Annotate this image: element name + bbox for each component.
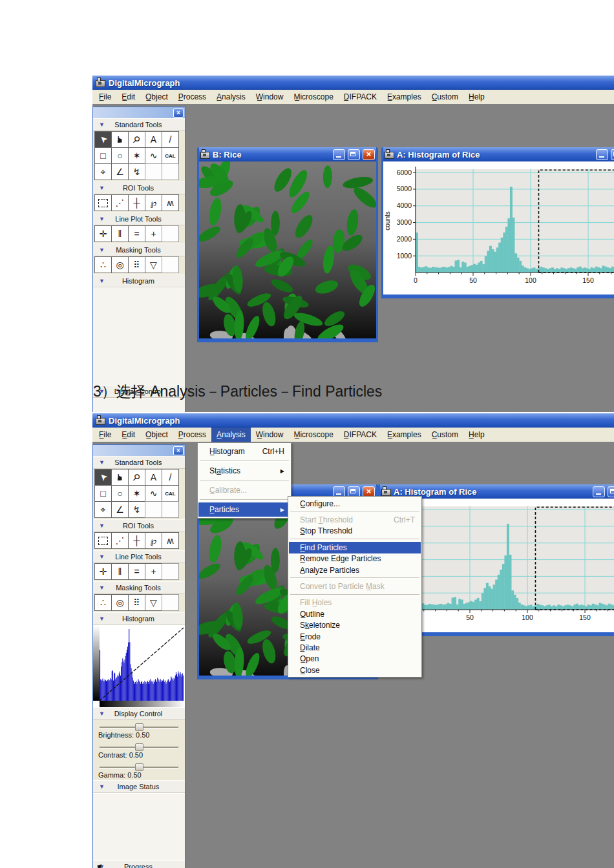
menu-item-find-particles[interactable]: F̲ind Particles (289, 542, 421, 553)
palette-histogram-area[interactable] (93, 625, 185, 707)
section-header-standard-tools[interactable]: ▼Standard Tools (93, 456, 185, 469)
brightness-slider[interactable] (100, 723, 178, 730)
menu-edit[interactable]: E̲dit (116, 90, 140, 104)
line-tool-button[interactable]: / (162, 469, 179, 486)
profile-tool-button[interactable]: ∿ (145, 147, 162, 164)
section-header-histogram[interactable]: ▼Histogram (93, 274, 185, 287)
menu-analysis[interactable]: A̲nalysis (211, 428, 251, 442)
menu-item-open[interactable]: O̲pen (289, 654, 421, 665)
menu-item-remove-edge-particles[interactable]: R̲emove Edge Particles (289, 553, 421, 564)
slider-thumb[interactable] (135, 723, 143, 731)
double-line-tool-button[interactable]: = (128, 225, 145, 242)
rice-window-titlebar[interactable]: B: Rice (199, 147, 376, 161)
array-mask-tool-button[interactable]: ⠿ (128, 594, 145, 611)
menu-item-analyze-particles[interactable]: A̲nalyze Particles (289, 564, 421, 575)
maximize-button[interactable] (608, 486, 614, 497)
line-roi-tool-button[interactable]: ⋰ (111, 194, 129, 211)
menu-window[interactable]: W̲indow (251, 428, 289, 442)
section-header-standard-tools[interactable]: ▼Standard Tools (93, 118, 185, 131)
menu-microscope[interactable]: M̲icroscope (288, 90, 338, 104)
minimize-button[interactable] (596, 149, 608, 160)
menu-microscope[interactable]: M̲icroscope (288, 428, 338, 442)
vertical-line-tool-button[interactable]: ‖ (111, 563, 129, 580)
menu-item-stop-threshold[interactable]: S̲top Threshold (289, 526, 421, 537)
maximize-button[interactable] (611, 149, 614, 160)
menu-object[interactable]: O̲bject (140, 428, 173, 442)
menu-item-convert-to-particle-mask[interactable]: Convert to Particle M̲ask (289, 581, 421, 592)
menu-help[interactable]: H̲elp (463, 428, 490, 442)
menu-analysis[interactable]: A̲nalysis (211, 90, 251, 104)
lasso-roi-tool-button[interactable]: ℘ (145, 194, 162, 211)
move-tool-button[interactable]: ✛ (94, 225, 112, 242)
palette-histogram[interactable] (93, 625, 185, 707)
lightning-tool-button[interactable]: ↯ (128, 163, 145, 180)
target-tool-button[interactable]: ⌖ (94, 163, 112, 180)
angle-tool-button[interactable]: ∠ (111, 163, 129, 180)
wedge-mask-tool-button[interactable]: ▽ (145, 256, 162, 273)
wand-tool-button[interactable]: ✶ (128, 485, 145, 502)
menu-examples[interactable]: E̲xamples (382, 428, 427, 442)
minimize-button[interactable] (593, 486, 605, 497)
oval-tool-button[interactable]: ○ (111, 147, 129, 164)
menu-object[interactable]: O̲bject (140, 90, 173, 104)
menu-item-dilate[interactable]: D̲ilate (289, 642, 421, 653)
freehand-roi-tool-button[interactable]: ʍ (162, 194, 179, 211)
calibrate-tool-button[interactable]: CAL (162, 147, 179, 164)
wedge-mask-tool-button[interactable]: ▽ (145, 594, 162, 611)
palette-close-icon[interactable]: × (173, 446, 184, 455)
menu-difpack[interactable]: D̲IFPACK (339, 90, 382, 104)
close-button[interactable] (363, 486, 375, 497)
section-header-histogram[interactable]: ▼Histogram (93, 612, 185, 625)
double-line-tool-button[interactable]: = (128, 563, 145, 580)
section-header-roi-tools[interactable]: ▼ROI Tools (93, 519, 185, 532)
menu-examples[interactable]: E̲xamples (382, 90, 427, 104)
gamma-slider[interactable] (100, 763, 178, 770)
rice-image[interactable] (199, 161, 376, 338)
move-tool-button[interactable]: ✛ (94, 563, 112, 580)
rect-roi-tool-button[interactable] (94, 194, 112, 211)
target-tool-button[interactable]: ⌖ (94, 501, 112, 518)
oval-tool-button[interactable]: ○ (111, 485, 129, 502)
spot-mask-tool-button[interactable]: ∴ (94, 594, 112, 611)
menu-item-close[interactable]: C̲lose (289, 665, 421, 676)
menu-item-configure[interactable]: C̲onfigure... (289, 498, 421, 509)
freehand-roi-tool-button[interactable]: ʍ (162, 532, 179, 549)
line-tool-button[interactable]: / (162, 131, 179, 148)
maximize-button[interactable] (348, 149, 360, 160)
menu-item-particles[interactable]: P̲articles▶ (198, 502, 290, 517)
menu-custom[interactable]: C̲ustom (427, 90, 463, 104)
histogram-window-titlebar[interactable]: A: Histogram of Rice (383, 147, 614, 161)
slider-thumb[interactable] (135, 763, 143, 771)
bandpass-mask-tool-button[interactable]: ◎ (111, 594, 129, 611)
section-header-line-plot-tools[interactable]: ▼Line Plot Tools (93, 212, 185, 225)
array-mask-tool-button[interactable]: ⠿ (128, 256, 145, 273)
rectangle-tool-button[interactable]: □ (94, 147, 112, 164)
menu-process[interactable]: P̲rocess (173, 428, 211, 442)
point-roi-tool-button[interactable]: ┼ (128, 194, 145, 211)
point-roi-tool-button[interactable]: ┼ (128, 532, 145, 549)
text-tool-button[interactable]: A (145, 469, 162, 486)
bandpass-mask-tool-button[interactable]: ◎ (111, 256, 129, 273)
rect-roi-tool-button[interactable] (94, 532, 112, 549)
palette-titlebar[interactable]: × (93, 107, 185, 118)
menu-item-skeletonize[interactable]: Sk̲eletonize (289, 620, 421, 631)
menu-process[interactable]: P̲rocess (173, 90, 211, 104)
menu-item-start-threshold[interactable]: Start T̲hresholdCtrl+T (289, 514, 421, 525)
wand-tool-button[interactable]: ✶ (128, 147, 145, 164)
vertical-line-tool-button[interactable]: ‖ (111, 225, 129, 242)
minimize-button[interactable] (333, 149, 345, 160)
menu-item-outline[interactable]: O̲utline (289, 608, 421, 619)
rectangle-tool-button[interactable]: □ (94, 485, 112, 502)
zoom-tool-button[interactable]: ⚲ (128, 131, 145, 148)
pointer-tool-button[interactable]: ➤ (94, 469, 112, 486)
text-tool-button[interactable]: A (145, 131, 162, 148)
plus-tool-button[interactable]: + (145, 563, 162, 580)
spot-mask-tool-button[interactable]: ∴ (94, 256, 112, 273)
menu-item-erode[interactable]: E̲rode (289, 631, 421, 642)
angle-tool-button[interactable]: ∠ (111, 501, 129, 518)
contrast-slider[interactable] (100, 743, 178, 750)
menu-item-statistics[interactable]: Sta̲tistics▶ (198, 464, 290, 478)
section-header-roi-tools[interactable]: ▼ROI Tools (93, 181, 185, 194)
calibrate-tool-button[interactable]: CAL (162, 485, 179, 502)
menu-difpack[interactable]: D̲IFPACK (339, 428, 382, 442)
